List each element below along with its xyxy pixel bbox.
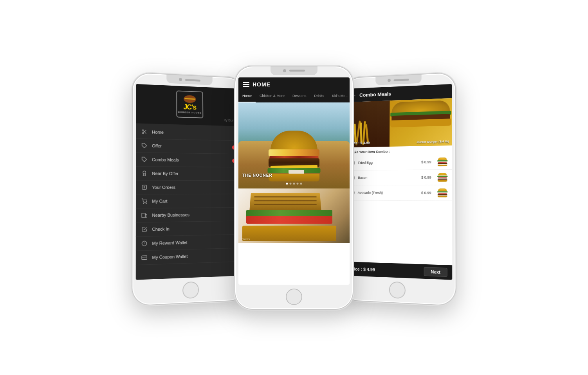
tab-drinks[interactable]: Drinks xyxy=(310,92,328,102)
drawer-item-nearby-offer[interactable]: Near By Offer xyxy=(136,166,242,181)
hero-egg xyxy=(269,149,319,156)
tab-chicken[interactable]: Chicken & More xyxy=(256,92,289,102)
tab-kids[interactable]: Kid's Me... xyxy=(328,92,350,102)
option-price-fried-egg: $ 0.99 xyxy=(421,160,431,164)
scissors-icon xyxy=(141,128,148,135)
burger-mini-1 xyxy=(437,157,448,166)
drawer-item-nearby-biz[interactable]: Nearby Businesses xyxy=(136,207,242,222)
patty-2 xyxy=(438,178,447,179)
combo-hero-image: Price : $ 4.99 Junior Burger (1/4 lb) xyxy=(346,98,452,147)
logo-subtitle: BURGER HOUSE xyxy=(178,111,202,114)
burger-mini-3 xyxy=(437,188,448,197)
home-button-right[interactable] xyxy=(389,281,406,299)
drawer-item-cart[interactable]: My Cart xyxy=(136,194,242,208)
svg-point-7 xyxy=(143,171,146,174)
burger-mini-2 xyxy=(437,173,448,182)
cart-icon xyxy=(141,197,148,205)
next-button[interactable]: Next xyxy=(424,267,447,276)
lettuce-2 xyxy=(437,176,448,177)
logo-jc-text: JC's xyxy=(184,103,197,111)
bun-bottom-2 xyxy=(438,180,447,181)
svg-point-12 xyxy=(143,203,144,203)
building-icon xyxy=(141,212,148,219)
tag2-icon xyxy=(141,156,148,163)
footer-price: Price : $ 4.99 xyxy=(350,266,375,272)
drawer-item-coupon[interactable]: My Coupon Wallet xyxy=(136,248,243,265)
camera-center xyxy=(283,69,286,72)
food-card-second[interactable]: Swiss xyxy=(238,188,350,243)
drawer-item-combo[interactable]: Combo Meals 2 xyxy=(136,153,242,167)
lettuce-1 xyxy=(437,160,448,161)
combo-screen: ← Combo Meals xyxy=(345,84,452,280)
option-name-bacon: Bacon xyxy=(358,175,418,179)
grill-3 xyxy=(254,204,317,205)
home-topbar: HOME xyxy=(238,77,350,92)
reward-icon xyxy=(141,240,148,247)
drawer-label-cart: My Cart xyxy=(152,198,238,203)
home-screen: HOME Home Chicken & More Desserts Drinks… xyxy=(238,77,350,285)
list-icon xyxy=(141,183,148,190)
svg-point-0 xyxy=(142,129,144,131)
home-tabs: Home Chicken & More Desserts Drinks Kid'… xyxy=(238,92,350,102)
phone-left: Ity Burgers JC's BURGER HOUSE xyxy=(132,73,246,305)
dot-2 xyxy=(290,183,292,185)
dot-3 xyxy=(293,183,295,185)
drawer-label-offer: Offer xyxy=(152,143,228,149)
camera-right xyxy=(388,79,391,82)
patty-3 xyxy=(438,194,447,195)
grill-1 xyxy=(254,196,317,197)
drawer-item-orders[interactable]: Your Orders xyxy=(136,180,242,194)
camera-left xyxy=(179,78,182,81)
home-button-left[interactable] xyxy=(182,281,199,299)
drawer-label-orders: Your Orders xyxy=(152,185,238,189)
svg-rect-14 xyxy=(142,213,145,217)
combo-option-avocado[interactable]: Avocado (Fresh) $ 0.99 xyxy=(346,185,452,201)
drawer-item-checkin[interactable]: Check In xyxy=(136,221,243,237)
drawer-label-nearby-biz: Nearby Businesses xyxy=(152,212,238,217)
tab-desserts[interactable]: Desserts xyxy=(289,92,310,102)
bun-top-2 xyxy=(438,173,447,176)
hero-dots xyxy=(286,183,302,185)
speaker-center xyxy=(289,70,305,72)
svg-point-13 xyxy=(146,203,146,203)
combo-hero-item-name: Junior Burger (1/4 lb) xyxy=(417,139,449,144)
drawer-item-offer[interactable]: Offer 2 xyxy=(136,138,242,154)
phones-container: Ity Burgers JC's BURGER HOUSE xyxy=(0,0,588,375)
option-price-avocado: $ 0.99 xyxy=(421,191,431,195)
drawer-label-reward: My Reward Wallet xyxy=(152,239,238,246)
drawer-label-combo: Combo Meals xyxy=(152,157,228,162)
bun-bottom-1 xyxy=(438,164,447,166)
bread-bottom xyxy=(242,226,336,241)
home-button-center[interactable] xyxy=(286,289,302,305)
combo-option-fried-egg[interactable]: Fried Egg $ 0.99 xyxy=(346,154,452,170)
dot-5 xyxy=(300,183,302,185)
speaker-right xyxy=(394,78,409,81)
home-food-grid: Swiss xyxy=(238,188,350,285)
drawer-nav: Home Offer 2 xyxy=(136,123,243,280)
screen-center: HOME Home Chicken & More Desserts Drinks… xyxy=(238,77,350,285)
phone-top-bar-center xyxy=(271,66,317,75)
hero-label: THE NOONER xyxy=(242,173,272,178)
tomato-3 xyxy=(438,192,447,193)
fries-area xyxy=(346,100,393,147)
drawer-item-home[interactable]: Home xyxy=(136,125,242,141)
food-card-visual xyxy=(238,188,350,243)
combo-content: Make Your Own Combo : Fried Egg $ 0.99 xyxy=(345,145,452,265)
drawer-label-checkin: Check In xyxy=(152,225,238,231)
hamburger-menu-icon[interactable] xyxy=(243,82,249,87)
logo-inner: JC's BURGER HOUSE xyxy=(178,95,202,114)
phone-center: HOME Home Chicken & More Desserts Drinks… xyxy=(235,66,353,309)
tomato-layer-sandwich xyxy=(246,216,332,224)
drawer-screen: Ity Burgers JC's BURGER HOUSE xyxy=(136,84,243,280)
bun-bottom-3 xyxy=(438,196,447,197)
tomato-2 xyxy=(438,177,447,178)
bun-top-1 xyxy=(438,157,447,160)
drawer-label-coupon: My Coupon Wallet xyxy=(152,252,238,260)
grill-2 xyxy=(254,200,317,201)
combo-title: Combo Meals xyxy=(359,91,391,98)
combo-option-bacon[interactable]: Bacon $ 0.99 xyxy=(346,170,452,185)
lettuce-3 xyxy=(437,191,448,192)
phone-top-bar-right xyxy=(375,74,422,85)
tab-home[interactable]: Home xyxy=(238,92,256,102)
option-name-avocado: Avocado (Fresh) xyxy=(358,190,418,194)
